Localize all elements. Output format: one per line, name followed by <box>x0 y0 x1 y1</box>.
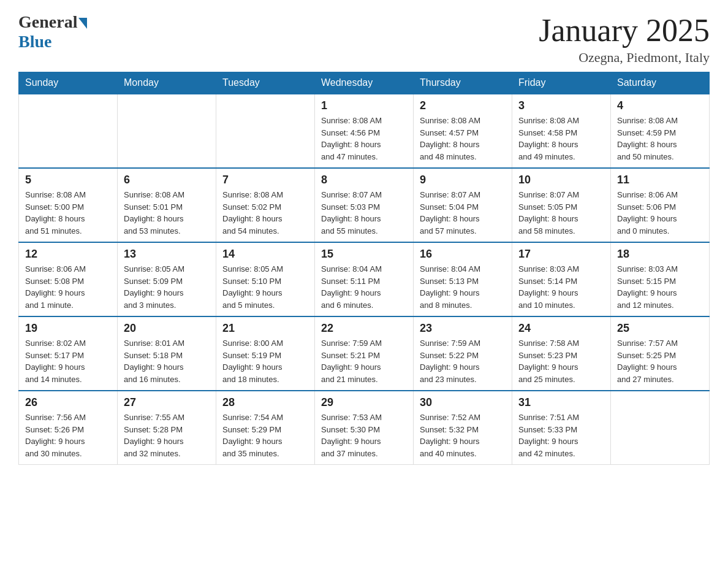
day-number: 28 <box>222 396 308 409</box>
day-info: Sunrise: 7:55 AMSunset: 5:28 PMDaylight:… <box>124 412 210 459</box>
day-number: 19 <box>25 322 111 335</box>
title-section: January 2025 Ozegna, Piedmont, Italy <box>539 12 710 66</box>
calendar-cell: 7Sunrise: 8:08 AMSunset: 5:02 PMDaylight… <box>216 168 315 242</box>
day-number: 26 <box>25 396 111 409</box>
day-number: 29 <box>321 396 407 409</box>
calendar-week-row: 19Sunrise: 8:02 AMSunset: 5:17 PMDayligh… <box>19 316 710 391</box>
day-info: Sunrise: 8:04 AMSunset: 5:13 PMDaylight:… <box>420 263 506 311</box>
calendar-cell: 19Sunrise: 8:02 AMSunset: 5:17 PMDayligh… <box>19 316 118 391</box>
calendar-cell <box>19 94 118 168</box>
day-number: 9 <box>420 174 506 186</box>
calendar-cell: 3Sunrise: 8:08 AMSunset: 4:58 PMDaylight… <box>512 94 611 168</box>
day-number: 27 <box>124 396 210 409</box>
calendar-header-row: SundayMondayTuesdayWednesdayThursdayFrid… <box>19 72 710 94</box>
calendar-week-row: 1Sunrise: 8:08 AMSunset: 4:56 PMDaylight… <box>19 94 710 168</box>
calendar-cell <box>611 391 710 465</box>
day-info: Sunrise: 8:01 AMSunset: 5:18 PMDaylight:… <box>124 337 210 385</box>
day-info: Sunrise: 7:59 AMSunset: 5:22 PMDaylight:… <box>420 337 506 385</box>
day-number: 21 <box>222 322 308 335</box>
day-number: 11 <box>617 174 703 186</box>
day-info: Sunrise: 8:03 AMSunset: 5:15 PMDaylight:… <box>617 263 703 311</box>
day-info: Sunrise: 8:05 AMSunset: 5:10 PMDaylight:… <box>222 263 308 311</box>
day-info: Sunrise: 7:56 AMSunset: 5:26 PMDaylight:… <box>25 412 111 459</box>
day-number: 24 <box>518 322 604 335</box>
day-info: Sunrise: 7:58 AMSunset: 5:23 PMDaylight:… <box>518 337 604 385</box>
day-info: Sunrise: 8:06 AMSunset: 5:06 PMDaylight:… <box>617 189 703 237</box>
day-number: 1 <box>321 99 407 112</box>
day-info: Sunrise: 8:05 AMSunset: 5:09 PMDaylight:… <box>124 263 210 311</box>
day-info: Sunrise: 8:08 AMSunset: 4:56 PMDaylight:… <box>321 115 407 163</box>
day-number: 8 <box>321 174 407 186</box>
calendar-day-header: Tuesday <box>216 72 315 94</box>
calendar-cell: 24Sunrise: 7:58 AMSunset: 5:23 PMDayligh… <box>512 316 611 391</box>
day-number: 15 <box>321 248 407 261</box>
calendar-cell: 31Sunrise: 7:51 AMSunset: 5:33 PMDayligh… <box>512 391 611 465</box>
day-info: Sunrise: 8:08 AMSunset: 4:58 PMDaylight:… <box>518 115 604 163</box>
day-number: 7 <box>222 174 308 186</box>
day-info: Sunrise: 8:08 AMSunset: 4:59 PMDaylight:… <box>617 115 703 163</box>
day-info: Sunrise: 8:07 AMSunset: 5:05 PMDaylight:… <box>518 189 604 237</box>
calendar-cell: 22Sunrise: 7:59 AMSunset: 5:21 PMDayligh… <box>315 316 414 391</box>
day-number: 10 <box>518 174 604 186</box>
logo: General Blue <box>18 12 87 52</box>
calendar-week-row: 5Sunrise: 8:08 AMSunset: 5:00 PMDaylight… <box>19 168 710 242</box>
calendar-cell: 5Sunrise: 8:08 AMSunset: 5:00 PMDaylight… <box>19 168 118 242</box>
calendar-cell: 12Sunrise: 8:06 AMSunset: 5:08 PMDayligh… <box>19 242 118 316</box>
day-info: Sunrise: 8:08 AMSunset: 5:00 PMDaylight:… <box>25 189 111 237</box>
day-number: 4 <box>617 99 703 112</box>
day-number: 23 <box>420 322 506 335</box>
calendar-cell: 10Sunrise: 8:07 AMSunset: 5:05 PMDayligh… <box>512 168 611 242</box>
calendar-day-header: Monday <box>118 72 216 94</box>
calendar-cell: 1Sunrise: 8:08 AMSunset: 4:56 PMDaylight… <box>315 94 414 168</box>
calendar-cell: 28Sunrise: 7:54 AMSunset: 5:29 PMDayligh… <box>216 391 315 465</box>
calendar-cell: 8Sunrise: 8:07 AMSunset: 5:03 PMDaylight… <box>315 168 414 242</box>
day-info: Sunrise: 7:54 AMSunset: 5:29 PMDaylight:… <box>222 412 308 459</box>
calendar-cell: 15Sunrise: 8:04 AMSunset: 5:11 PMDayligh… <box>315 242 414 316</box>
calendar-table: SundayMondayTuesdayWednesdayThursdayFrid… <box>18 72 710 465</box>
day-number: 25 <box>617 322 703 335</box>
day-info: Sunrise: 7:53 AMSunset: 5:30 PMDaylight:… <box>321 412 407 459</box>
calendar-cell: 23Sunrise: 7:59 AMSunset: 5:22 PMDayligh… <box>414 316 512 391</box>
calendar-cell: 25Sunrise: 7:57 AMSunset: 5:25 PMDayligh… <box>611 316 710 391</box>
day-number: 18 <box>617 248 703 261</box>
day-number: 17 <box>518 248 604 261</box>
day-info: Sunrise: 7:51 AMSunset: 5:33 PMDaylight:… <box>518 412 604 459</box>
logo-arrow-icon <box>78 18 87 29</box>
calendar-cell: 16Sunrise: 8:04 AMSunset: 5:13 PMDayligh… <box>414 242 512 316</box>
day-info: Sunrise: 7:57 AMSunset: 5:25 PMDaylight:… <box>617 337 703 385</box>
day-number: 12 <box>25 248 111 261</box>
day-info: Sunrise: 8:04 AMSunset: 5:11 PMDaylight:… <box>321 263 407 311</box>
calendar-cell: 13Sunrise: 8:05 AMSunset: 5:09 PMDayligh… <box>118 242 216 316</box>
day-number: 13 <box>124 248 210 261</box>
calendar-day-header: Wednesday <box>315 72 414 94</box>
calendar-cell: 29Sunrise: 7:53 AMSunset: 5:30 PMDayligh… <box>315 391 414 465</box>
logo-blue-text: Blue <box>18 32 51 52</box>
calendar-cell: 9Sunrise: 8:07 AMSunset: 5:04 PMDaylight… <box>414 168 512 242</box>
calendar-week-row: 26Sunrise: 7:56 AMSunset: 5:26 PMDayligh… <box>19 391 710 465</box>
day-info: Sunrise: 8:08 AMSunset: 4:57 PMDaylight:… <box>420 115 506 163</box>
calendar-day-header: Thursday <box>414 72 512 94</box>
calendar-cell: 14Sunrise: 8:05 AMSunset: 5:10 PMDayligh… <box>216 242 315 316</box>
calendar-cell <box>216 94 315 168</box>
day-number: 22 <box>321 322 407 335</box>
calendar-cell: 26Sunrise: 7:56 AMSunset: 5:26 PMDayligh… <box>19 391 118 465</box>
month-title: January 2025 <box>539 12 710 48</box>
day-number: 3 <box>518 99 604 112</box>
calendar-cell: 20Sunrise: 8:01 AMSunset: 5:18 PMDayligh… <box>118 316 216 391</box>
calendar-cell: 2Sunrise: 8:08 AMSunset: 4:57 PMDaylight… <box>414 94 512 168</box>
day-info: Sunrise: 8:07 AMSunset: 5:04 PMDaylight:… <box>420 189 506 237</box>
day-info: Sunrise: 8:08 AMSunset: 5:02 PMDaylight:… <box>222 189 308 237</box>
calendar-cell: 11Sunrise: 8:06 AMSunset: 5:06 PMDayligh… <box>611 168 710 242</box>
day-number: 30 <box>420 396 506 409</box>
calendar-cell: 17Sunrise: 8:03 AMSunset: 5:14 PMDayligh… <box>512 242 611 316</box>
day-number: 20 <box>124 322 210 335</box>
calendar-week-row: 12Sunrise: 8:06 AMSunset: 5:08 PMDayligh… <box>19 242 710 316</box>
calendar-cell <box>118 94 216 168</box>
day-info: Sunrise: 8:00 AMSunset: 5:19 PMDaylight:… <box>222 337 308 385</box>
day-info: Sunrise: 8:08 AMSunset: 5:01 PMDaylight:… <box>124 189 210 237</box>
page-header: General Blue January 2025 Ozegna, Piedmo… <box>18 12 710 66</box>
calendar-cell: 18Sunrise: 8:03 AMSunset: 5:15 PMDayligh… <box>611 242 710 316</box>
calendar-day-header: Friday <box>512 72 611 94</box>
calendar-cell: 21Sunrise: 8:00 AMSunset: 5:19 PMDayligh… <box>216 316 315 391</box>
day-number: 6 <box>124 174 210 186</box>
